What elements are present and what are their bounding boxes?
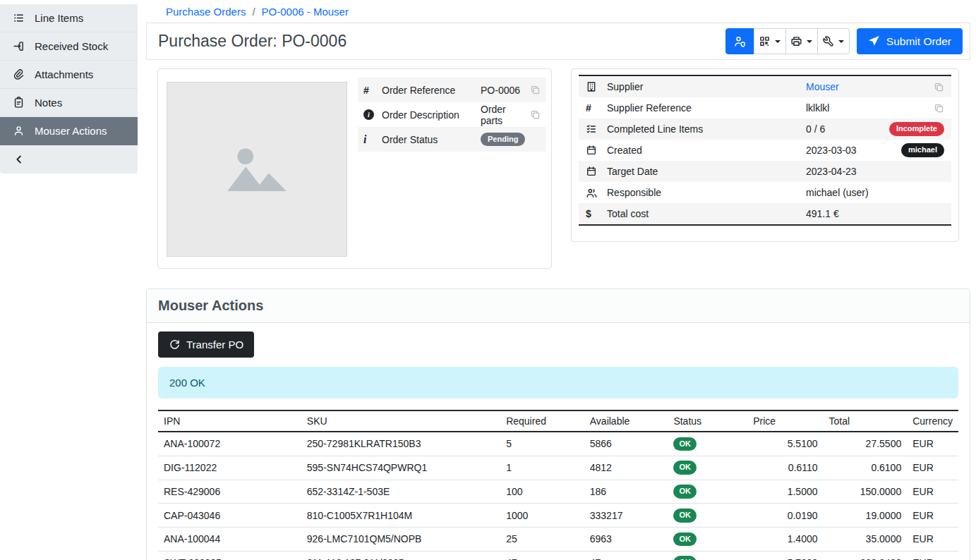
detail-row-target-date: Target Date 2023-04-23 (579, 161, 951, 182)
table-row: ANA-100044 926-LMC7101QM5/NOPB 25 6963 O… (158, 528, 958, 552)
detail-value: 2023-04-23 (806, 166, 944, 177)
detail-row-completed-line-items: Completed Line Items 0 / 6 Incomplete (579, 118, 951, 140)
column-header-total[interactable]: Total (824, 410, 908, 432)
sidebar-collapse-button[interactable] (0, 145, 138, 174)
ok-badge: OK (673, 461, 697, 475)
cell-total: 268.8400 (824, 551, 908, 560)
main-content: Purchase Orders / PO-0006 - Mouser Purch… (138, 0, 976, 560)
supplier-details-table: Supplier Mouser # Supplier Reference lkl… (579, 75, 951, 226)
cell-sku: 611-110.107.011/0205 (301, 551, 500, 560)
detail-value: Order parts (481, 104, 525, 126)
submit-order-button[interactable]: Submit Order (857, 28, 963, 54)
column-header-ipn[interactable]: IPN (158, 410, 301, 432)
cell-status: OK (668, 480, 747, 504)
breadcrumb-separator: / (252, 6, 255, 18)
cell-ipn: ANA-100044 (158, 528, 301, 552)
detail-label: Target Date (607, 166, 806, 177)
cell-sku: 810-C1005X7R1H104M (301, 504, 500, 528)
panel-body: Transfer PO 200 OK IPN SKU Required Avai… (147, 323, 970, 560)
detail-row-order-reference: # Order Reference PO-0006 (358, 78, 546, 102)
sidebar: Line Items Received Stock Attachments No… (0, 0, 138, 560)
calendar-icon (586, 166, 607, 177)
sidebar-item-received-stock[interactable]: Received Stock (0, 32, 138, 61)
copy-icon[interactable] (934, 103, 944, 114)
transfer-po-button[interactable]: Transfer PO (158, 331, 254, 358)
page-title: Purchase Order: PO-0006 (158, 32, 347, 51)
sidebar-item-line-items[interactable]: Line Items (0, 4, 138, 32)
part-image-placeholder[interactable] (167, 82, 347, 257)
detail-value: PO-0006 (481, 85, 525, 96)
dollar-icon: $ (586, 208, 607, 219)
printer-icon (790, 35, 802, 47)
column-header-available[interactable]: Available (584, 410, 668, 432)
column-header-sku[interactable]: SKU (301, 410, 500, 432)
user-badge: michael (901, 143, 944, 157)
qrcode-icon (759, 35, 771, 47)
mouser-actions-panel: Mouser Actions Transfer PO 200 OK IPN SK… (146, 288, 970, 560)
breadcrumb-link-purchase-orders[interactable]: Purchase Orders (166, 6, 246, 18)
detail-value: 491.1 € (806, 208, 944, 219)
column-header-currency[interactable]: Currency (907, 410, 958, 432)
order-actions-button[interactable] (817, 28, 850, 54)
detail-value: lklklkl (806, 102, 934, 114)
copy-icon[interactable] (530, 85, 541, 95)
user-permissions-button[interactable] (725, 28, 754, 54)
sidebar-item-label: Attachments (35, 68, 93, 80)
table-row: RES-429006 652-3314Z-1-503E 100 186 OK 1… (158, 480, 958, 504)
cell-total: 27.5500 (824, 432, 908, 456)
copy-icon[interactable] (530, 109, 541, 120)
clipboard-icon (13, 97, 25, 109)
barcode-actions-button[interactable] (754, 28, 786, 54)
detail-label: Created (607, 145, 806, 156)
cell-currency: EUR (907, 456, 958, 480)
cell-available: 4812 (584, 456, 668, 480)
column-header-required[interactable]: Required (500, 410, 584, 432)
ok-badge: OK (673, 485, 697, 499)
sidebar-item-label: Line Items (35, 12, 83, 24)
cell-ipn: SWT-200005 (158, 551, 301, 560)
detail-label: Total cost (607, 208, 806, 219)
caret-down-icon (838, 40, 844, 43)
cell-ipn: DIG-112022 (158, 456, 301, 480)
toolbar: Submit Order (725, 28, 963, 54)
cell-total: 35.0000 (824, 528, 908, 552)
cell-status: OK (668, 504, 747, 528)
info-icon: i (363, 133, 382, 146)
column-header-status[interactable]: Status (668, 410, 747, 432)
sidebar-item-label: Received Stock (35, 40, 108, 52)
supplier-link[interactable]: Mouser (806, 81, 934, 92)
print-actions-button[interactable] (785, 28, 818, 54)
chevron-left-icon (13, 153, 25, 166)
detail-label: Supplier (607, 81, 806, 92)
detail-value: 2023-03-03 (806, 145, 901, 156)
cell-required: 5 (500, 432, 584, 456)
incomplete-badge: Incomplete (889, 122, 944, 136)
detail-row-order-status: i Order Status Pending (358, 127, 546, 152)
sidebar-item-mouser-actions[interactable]: Mouser Actions (0, 117, 138, 145)
cell-price: 0.0190 (747, 504, 823, 528)
breadcrumb-link-po[interactable]: PO-0006 - Mouser (262, 6, 349, 18)
cell-ipn: RES-429006 (158, 480, 301, 504)
sidebar-item-attachments[interactable]: Attachments (0, 61, 138, 89)
send-icon (868, 35, 880, 47)
cell-status: OK (668, 551, 747, 560)
cell-required: 100 (500, 480, 584, 504)
badge-cell: michael (901, 143, 944, 157)
panel-title: Mouser Actions (147, 289, 970, 323)
column-header-price[interactable]: Price (747, 410, 823, 432)
order-details-section: # Order Reference PO-0006 i Order Descri… (146, 60, 970, 280)
info-circle-icon: i (363, 109, 382, 120)
sidebar-item-notes[interactable]: Notes (0, 89, 138, 117)
cell-price: 1.4000 (747, 528, 823, 552)
copy-icon[interactable] (934, 82, 944, 92)
detail-row-created: Created 2023-03-03 michael (579, 140, 951, 161)
list-check-icon (586, 123, 607, 135)
list-icon (13, 12, 25, 24)
page-header: Purchase Order: PO-0006 (146, 23, 970, 60)
supplier-info-card: Supplier Mouser # Supplier Reference lkl… (571, 68, 959, 242)
detail-value: michael (user) (806, 187, 944, 198)
cell-price: 1.5000 (747, 480, 823, 504)
badge-cell: Incomplete (889, 122, 944, 136)
cell-price: 5.7200 (747, 551, 823, 560)
cell-available: 186 (584, 480, 668, 504)
